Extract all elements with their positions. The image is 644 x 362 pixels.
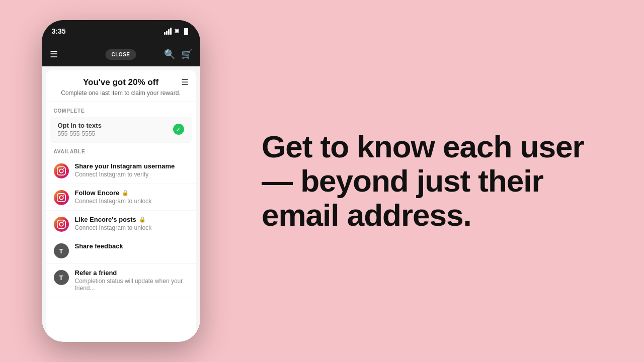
modal-menu-icon[interactable]: ☰ (181, 77, 188, 87)
svg-rect-0 (57, 166, 66, 175)
phone-content: You've got 20% off Complete one last ite… (42, 66, 200, 342)
lock-icon: 🔒 (122, 190, 129, 196)
item-content: Follow Encore 🔒 Connect Instagram to unl… (75, 189, 188, 205)
instagram-icon (54, 163, 69, 178)
t-icon: T (54, 243, 69, 258)
item-title: Follow Encore 🔒 (75, 189, 188, 197)
hamburger-icon[interactable]: ☰ (50, 49, 58, 60)
modal-title: You've got 20% off (54, 77, 188, 87)
status-time: 3:35 (52, 27, 66, 35)
list-item[interactable]: Like Encore's posts 🔒 Connect Instagram … (46, 211, 196, 237)
search-icon[interactable]: 🔍 (164, 49, 175, 60)
phone-mockup: 3:35 ⌘ ▐▌ ☰ CLOSE 🔍 🛒 (42, 20, 200, 342)
left-panel: 3:35 ⌘ ▐▌ ☰ CLOSE 🔍 🛒 (0, 0, 242, 362)
item-desc: Connect Instagram to unlock (75, 224, 188, 231)
modal-header: You've got 20% off Complete one last ite… (46, 70, 196, 102)
hero-text: Get to know each user — beyond just thei… (262, 130, 614, 233)
close-button[interactable]: CLOSE (106, 49, 136, 60)
cart-icon[interactable]: 🛒 (181, 49, 192, 60)
item-desc: Connect Instagram to verify (75, 171, 188, 178)
item-desc: Completion status will update when your … (75, 278, 188, 292)
nav-bar: ☰ CLOSE 🔍 🛒 (42, 42, 200, 66)
list-item[interactable]: Share your Instagram username Connect In… (46, 157, 196, 184)
item-title: Share feedback (75, 242, 188, 250)
completed-item[interactable]: Opt in to texts 555-555-5555 ✓ (50, 117, 192, 143)
wifi-icon: ⌘ (174, 28, 180, 35)
item-title: Refer a friend (75, 269, 188, 277)
instagram-icon (54, 217, 69, 232)
list-item[interactable]: T Share feedback (46, 237, 196, 264)
item-content: Like Encore's posts 🔒 Connect Instagram … (75, 216, 188, 231)
item-desc: Connect Instagram to unlock (75, 198, 188, 205)
item-title: Like Encore's posts 🔒 (75, 216, 188, 223)
available-section-label: AVAILABLE (46, 143, 196, 157)
battery-icon: ▐▌ (182, 28, 190, 34)
instagram-icon (54, 190, 69, 205)
completed-item-title: Opt in to texts (58, 122, 167, 129)
item-content: Share your Instagram username Connect In… (75, 162, 188, 178)
t-icon: T (54, 270, 69, 285)
item-content: Refer a friend Completion status will up… (75, 269, 188, 292)
list-item[interactable]: T Refer a friend Completion status will … (46, 264, 196, 297)
modal-sheet: You've got 20% off Complete one last ite… (46, 70, 196, 342)
nav-right-icons: 🔍 🛒 (164, 49, 192, 60)
right-panel: Get to know each user — beyond just thei… (242, 100, 644, 263)
item-title: Share your Instagram username (75, 162, 188, 170)
completed-item-content: Opt in to texts 555-555-5555 (58, 122, 167, 137)
modal-subtitle: Complete one last item to claim your rew… (54, 89, 188, 97)
lock-icon: 🔒 (139, 216, 146, 223)
checkmark-icon: ✓ (173, 124, 184, 135)
item-content: Share feedback (75, 242, 188, 251)
signal-icon (164, 28, 172, 35)
status-icons: ⌘ ▐▌ (164, 28, 190, 35)
complete-section-label: COMPLETE (46, 102, 196, 117)
status-bar: 3:35 ⌘ ▐▌ (42, 20, 200, 42)
completed-item-value: 555-555-5555 (58, 130, 167, 137)
list-item[interactable]: Follow Encore 🔒 Connect Instagram to unl… (46, 184, 196, 211)
